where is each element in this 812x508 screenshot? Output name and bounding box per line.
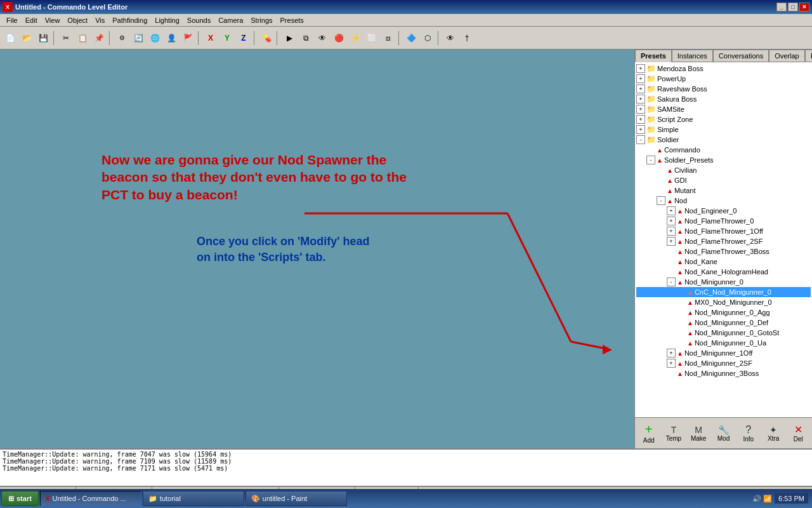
tree-view[interactable]: + 📁 Mendoza Boss + 📁 PowerUp + 📁 Ravesha… <box>635 62 812 417</box>
toolbar-btn1[interactable]: ⚙ <box>114 30 129 46</box>
del-button[interactable]: ✕ Del <box>787 422 809 444</box>
tree-item-gdi[interactable]: ▲ GDI <box>636 175 811 185</box>
tab-instances[interactable]: Instances <box>672 50 713 62</box>
toolbar-y[interactable]: Y <box>219 30 235 46</box>
tree-item-nod[interactable]: - ▲ Nod <box>636 196 811 206</box>
tree-item-civilian[interactable]: ▲ Civilian <box>636 165 811 175</box>
toolbar-btn2[interactable]: 🔄 <box>131 30 146 46</box>
tree-item-samsite[interactable]: + 📁 SAMSite <box>636 104 811 114</box>
mod-button[interactable]: 🔧 Mod <box>712 423 735 444</box>
expand-soldier-presets[interactable]: - <box>646 156 655 164</box>
tree-item-nod-kane-holo[interactable]: ▲ Nod_Kane_HologramHead <box>636 267 811 277</box>
tree-item-soldier[interactable]: - 📁 Soldier <box>636 135 811 145</box>
expand-powerup[interactable]: + <box>636 74 645 83</box>
tree-item-scriptzone[interactable]: + 📁 Script Zone <box>636 114 811 124</box>
menu-lighting[interactable]: Lighting <box>151 15 183 25</box>
menu-sounds[interactable]: Sounds <box>183 15 214 25</box>
toolbar-btn14[interactable]: 🔷 <box>403 30 419 46</box>
taskbar-commando[interactable]: X Untitled - Commando ... <box>40 491 141 506</box>
menu-file[interactable]: File <box>3 15 22 25</box>
toolbar-btn13[interactable]: ⧈ <box>381 30 396 46</box>
expand-samsite[interactable]: + <box>636 105 645 114</box>
tree-item-simple[interactable]: + 📁 Simple <box>636 124 811 135</box>
expand-scriptzone[interactable]: + <box>636 115 645 124</box>
toolbar-z[interactable]: Z <box>236 30 251 46</box>
tab-conversations[interactable]: Conversations <box>713 50 769 62</box>
tree-item-nod-mg3[interactable]: ▲ Nod_Minigunner_3Boss <box>636 368 811 378</box>
tree-item-soldier-presets[interactable]: - ▲ Soldier_Presets <box>636 155 811 165</box>
expand-nod-mg1[interactable]: + <box>667 349 676 358</box>
tree-item-mx0-nod-mg0[interactable]: ▲ MX0_Nod_Minigunner_0 <box>636 297 811 307</box>
tab-presets[interactable]: Presets <box>635 50 672 62</box>
toolbar-cut[interactable]: ✂ <box>58 30 74 46</box>
minimize-button[interactable]: _ <box>776 3 787 11</box>
tab-heightfield[interactable]: Heightfield <box>805 50 812 62</box>
toolbar-paste[interactable]: 📌 <box>91 30 107 46</box>
menu-presets[interactable]: Presets <box>277 15 308 25</box>
menu-vis[interactable]: Vis <box>91 15 108 25</box>
tree-item-nod-mg1[interactable]: + ▲ Nod_Minigunner_1Off <box>636 348 811 358</box>
tree-item-nod-engineer[interactable]: + ▲ Nod_Engineer_0 <box>636 206 811 216</box>
toolbar-btn17[interactable]: † <box>459 30 475 46</box>
tree-item-mendozaboss[interactable]: + 📁 Mendoza Boss <box>636 64 811 74</box>
maximize-button[interactable]: □ <box>788 3 798 11</box>
toolbar-btn3[interactable]: 🌐 <box>147 30 162 46</box>
menu-view[interactable]: View <box>41 15 64 25</box>
expand-nod-ft0[interactable]: + <box>667 217 676 225</box>
tree-item-nod-mg0-agg[interactable]: ▲ Nod_Minigunner_0_Agg <box>636 307 811 318</box>
tree-item-raveshaw[interactable]: + 📁 Raveshaw Boss <box>636 84 811 94</box>
expand-nod-engineer[interactable]: + <box>667 206 676 215</box>
toolbar-btn16[interactable]: 👁 <box>443 30 458 46</box>
tree-item-nod-ft2[interactable]: + ▲ Nod_FlameThrower_2SF <box>636 236 811 246</box>
toolbar-btn8[interactable]: ⧉ <box>298 30 313 46</box>
menu-camera[interactable]: Camera <box>214 15 247 25</box>
expand-nod-ft1[interactable]: + <box>667 227 676 236</box>
tree-item-commando[interactable]: ▲ Commando <box>636 145 811 155</box>
tree-item-nod-mg0-def[interactable]: ▲ Nod_Minigunner_0_Def <box>636 318 811 328</box>
toolbar-btn9[interactable]: 👁 <box>315 30 330 46</box>
info-button[interactable]: ? Info <box>737 422 759 444</box>
tree-item-nod-mg0-ua[interactable]: ▲ Nod_Minigunner_0_Ua <box>636 338 811 348</box>
expand-nod-mg0[interactable]: - <box>667 277 676 286</box>
toolbar-btn6[interactable]: 💊 <box>259 30 274 46</box>
add-button[interactable]: + Add <box>638 420 660 446</box>
close-button[interactable]: ✕ <box>799 3 809 11</box>
expand-sakura[interactable]: + <box>636 95 645 104</box>
expand-nod-ft2[interactable]: + <box>667 237 676 246</box>
expand-simple[interactable]: + <box>636 125 645 134</box>
menu-strings[interactable]: Strings <box>247 15 276 25</box>
taskbar-tutorial[interactable]: 📁 tutorial <box>143 491 244 506</box>
tree-item-nod-mg0[interactable]: - ▲ Nod_Minigunner_0 <box>636 277 811 287</box>
temp-button[interactable]: T Temp <box>662 423 684 444</box>
start-button[interactable]: ⊞ start <box>1 491 39 506</box>
tree-item-mutant[interactable]: ▲ Mutant <box>636 185 811 196</box>
tree-item-nod-kane[interactable]: ▲ Nod_Kane <box>636 257 811 267</box>
tree-item-nod-ft0[interactable]: + ▲ Nod_FlameThrower_0 <box>636 216 811 226</box>
toolbar-open[interactable]: 📂 <box>19 30 34 46</box>
toolbar-btn5[interactable]: 🚩 <box>180 30 195 46</box>
toolbar-x[interactable]: X <box>203 30 218 46</box>
menu-edit[interactable]: Edit <box>22 15 41 25</box>
window-controls[interactable]: _ □ ✕ <box>776 3 809 11</box>
expand-mendozaboss[interactable]: + <box>636 64 645 73</box>
menu-object[interactable]: Object <box>63 15 91 25</box>
make-button[interactable]: M Make <box>688 423 710 444</box>
viewport[interactable]: Now we are gonna give our Nod Spawner th… <box>0 50 634 448</box>
expand-nod-mg2[interactable]: + <box>667 359 676 368</box>
tree-item-nod-mg0-goto[interactable]: ▲ Nod_Minigunner_0_GotoSt <box>636 328 811 338</box>
taskbar-paint[interactable]: 🎨 untitled - Paint <box>246 491 347 506</box>
xtra-button[interactable]: ✦ Xtra <box>762 423 784 444</box>
tree-item-powerup[interactable]: + 📁 PowerUp <box>636 74 811 84</box>
tree-item-nod-mg2[interactable]: + ▲ Nod_Minigunner_2SF <box>636 358 811 368</box>
expand-raveshaw[interactable]: + <box>636 84 645 93</box>
toolbar-btn11[interactable]: ⚡ <box>348 30 363 46</box>
tree-item-nod-ft3[interactable]: ▲ Nod_FlameThrower_3Boss <box>636 246 811 257</box>
toolbar-new[interactable]: 📄 <box>3 30 18 46</box>
tree-item-cnc-nod-mg0[interactable]: ▲ CnC_Nod_Minigunner_0 <box>636 287 811 297</box>
toolbar-copy[interactable]: 📋 <box>75 30 90 46</box>
expand-nod[interactable]: - <box>657 196 665 205</box>
tab-overlap[interactable]: Overlap <box>769 50 805 62</box>
toolbar-btn7[interactable]: ▶ <box>282 30 297 46</box>
expand-soldier[interactable]: - <box>636 135 645 144</box>
tree-item-nod-ft1[interactable]: + ▲ Nod_FlameThrower_1Off <box>636 226 811 236</box>
